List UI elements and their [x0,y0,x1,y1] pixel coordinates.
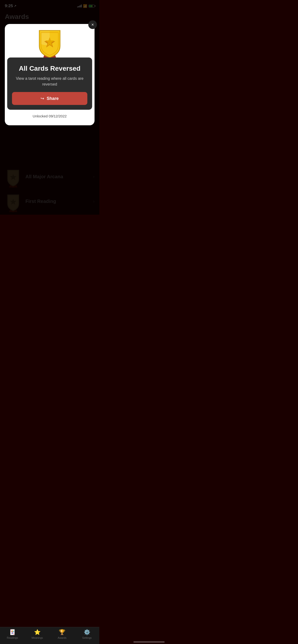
unlock-date: Unlocked 09/12/2022 [5,114,95,118]
modal-title: All Cards Reversed [12,65,87,72]
share-icon: ↪ [41,96,44,101]
award-badge-icon [34,29,65,60]
close-button[interactable]: × [88,20,97,29]
modal-dark-card: All Cards Reversed View a tarot reading … [7,58,92,110]
modal-description: View a tarot reading where all cards are… [12,76,87,87]
close-icon: × [91,22,94,27]
share-button[interactable]: ↪ Share [12,92,87,105]
badge-container [5,24,95,60]
award-modal: × All Cards Reversed View a tarot re [5,24,95,125]
share-button-label: Share [47,96,59,101]
